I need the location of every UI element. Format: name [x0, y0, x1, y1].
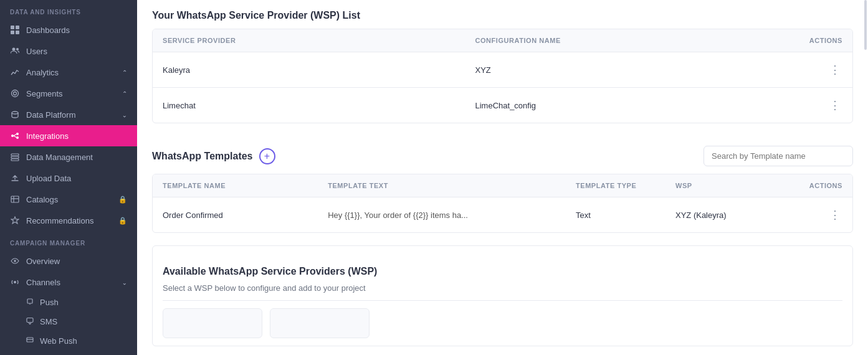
available-wsp-section: Available WhatsApp Service Providers (WS… — [152, 245, 853, 346]
svg-rect-17 — [11, 196, 19, 202]
template-row1-wsp: XYZ (Kaleyra) — [665, 201, 778, 230]
svg-point-11 — [16, 136, 19, 139]
lock-icon: 🔒 — [118, 217, 127, 225]
table-row: Kaleyra XYZ ⋮ — [153, 52, 852, 88]
svg-line-12 — [14, 135, 16, 136]
channels-icon — [10, 277, 20, 287]
row-actions-menu-button[interactable]: ⋮ — [827, 62, 842, 77]
svg-marker-20 — [11, 217, 19, 224]
available-wsp-container: Available WhatsApp Service Providers (WS… — [152, 245, 853, 346]
svg-point-6 — [12, 90, 19, 97]
sidebar-item-recommendations[interactable]: Recommendations 🔒 — [0, 210, 137, 231]
svg-rect-16 — [11, 159, 19, 161]
svg-rect-25 — [27, 318, 33, 323]
svg-point-9 — [11, 135, 14, 137]
data-mgmt-icon — [10, 152, 20, 162]
chart-icon — [10, 67, 20, 77]
sidebar-sub-item-sms[interactable]: SMS — [0, 312, 137, 331]
template-row1-actions: ⋮ — [778, 197, 852, 232]
wsp-col-service-provider: SERVICE PROVIDER — [153, 29, 465, 52]
sidebar-item-label: Segments — [26, 89, 63, 98]
sidebar-sub-item-email[interactable]: Email — [0, 351, 137, 355]
wsp-row2-provider: Limechat — [153, 91, 465, 120]
svg-point-4 — [12, 48, 16, 51]
sidebar-item-channels[interactable]: Channels ⌃ — [0, 272, 137, 293]
svg-rect-14 — [11, 154, 19, 156]
available-wsp-title: Available WhatsApp Service Providers (WS… — [163, 256, 842, 283]
template-col-text: TEMPLATE TEXT — [318, 174, 566, 197]
sidebar-item-overview[interactable]: Overview — [0, 250, 137, 272]
search-template-input[interactable] — [703, 146, 853, 166]
sidebar-item-catalogs[interactable]: Catalogs 🔒 — [0, 189, 137, 210]
upload-icon — [10, 173, 20, 183]
chevron-up-icon: ⌃ — [122, 279, 127, 286]
row-actions-menu-button[interactable]: ⋮ — [827, 207, 842, 222]
sidebar-section-data: DATA AND INSIGHTS — [0, 0, 137, 19]
svg-point-10 — [16, 133, 19, 135]
recommend-icon — [10, 215, 20, 225]
svg-rect-0 — [11, 26, 14, 29]
segment-icon — [10, 88, 20, 98]
svg-rect-23 — [27, 299, 32, 303]
svg-point-22 — [14, 281, 16, 283]
sidebar-sub-item-push[interactable]: Push — [0, 293, 137, 312]
sidebar-sub-item-label: Push — [40, 298, 59, 307]
wsp-row1-actions: ⋮ — [778, 52, 852, 87]
sidebar-item-label: Overview — [26, 257, 60, 266]
eye-icon — [10, 256, 20, 266]
sidebar-item-label: Channels — [26, 278, 60, 287]
svg-point-21 — [14, 260, 16, 262]
sms-icon — [26, 317, 34, 326]
svg-rect-3 — [16, 31, 19, 34]
main-content: Your WhatsApp Service Provider (WSP) Lis… — [137, 0, 868, 355]
sidebar-sub-item-label: SMS — [40, 317, 57, 326]
svg-rect-1 — [16, 26, 19, 29]
table-row: Order Confirmed Hey {{1}}, Your order of… — [153, 197, 852, 232]
svg-line-13 — [14, 136, 16, 138]
push-icon — [26, 298, 34, 307]
wsp-row1-provider: Kaleyra — [153, 55, 465, 85]
sidebar-item-users[interactable]: Users — [0, 40, 137, 62]
sidebar-item-integrations[interactable]: Integrations — [0, 125, 137, 146]
wsp-col-config-name: CONFIGURATION NAME — [465, 29, 778, 52]
wsp-table-header: SERVICE PROVIDER CONFIGURATION NAME ACTI… — [153, 29, 852, 52]
chevron-down-icon: ⌃ — [122, 90, 127, 97]
templates-title-text: WhatsApp Templates — [152, 151, 253, 162]
wsp-col-actions: ACTIONS — [778, 29, 852, 52]
add-template-button[interactable]: + — [259, 148, 275, 164]
sidebar-item-data-management[interactable]: Data Management — [0, 146, 137, 168]
svg-point-5 — [16, 48, 19, 50]
sidebar-item-data-platform[interactable]: Data Platform ⌃ — [0, 104, 137, 125]
sidebar-sub-item-web-push[interactable]: Web Push — [0, 331, 137, 351]
template-col-wsp: WSP — [665, 174, 778, 197]
template-col-type: TEMPLATE TYPE — [566, 174, 665, 197]
sidebar-item-dashboards[interactable]: Dashboards — [0, 19, 137, 40]
sidebar-section-campaign: CAMPAIGN MANAGER — [0, 231, 137, 250]
templates-title-group: WhatsApp Templates + — [152, 148, 275, 164]
sidebar-item-label: Catalogs — [26, 195, 58, 204]
template-row1-text: Hey {{1}}, Your order of {{2}} items ha.… — [318, 201, 566, 230]
template-row1-name: Order Confirmed — [153, 201, 318, 230]
svg-rect-2 — [11, 31, 14, 34]
sidebar-item-upload-data[interactable]: Upload Data — [0, 168, 137, 189]
table-row: Limechat LimeChat_config ⋮ — [153, 88, 852, 123]
sidebar-item-label: Data Platform — [26, 110, 75, 120]
template-col-actions: ACTIONS — [778, 174, 852, 197]
webpush-icon — [26, 336, 34, 346]
sidebar-item-analytics[interactable]: Analytics ⌃ — [0, 62, 137, 83]
row-actions-menu-button[interactable]: ⋮ — [827, 98, 842, 113]
sidebar-sub-item-label: Web Push — [40, 336, 77, 346]
sidebar-item-label: Data Management — [26, 153, 93, 162]
template-row1-type: Text — [566, 201, 665, 230]
chevron-up-icon: ⌃ — [122, 111, 127, 118]
wsp-row2-actions: ⋮ — [778, 88, 852, 123]
platform-icon — [10, 110, 20, 120]
sidebar: DATA AND INSIGHTS Dashboards Users Analy… — [0, 0, 137, 355]
templates-table: TEMPLATE NAME TEMPLATE TEXT TEMPLATE TYP… — [152, 174, 853, 233]
templates-section-header: WhatsApp Templates + — [152, 136, 853, 174]
sidebar-item-label: Analytics — [26, 68, 59, 77]
sidebar-item-segments[interactable]: Segments ⌃ — [0, 83, 137, 104]
svg-point-8 — [12, 111, 18, 114]
wsp-row1-config: XYZ — [465, 55, 778, 85]
sidebar-item-label: Upload Data — [26, 174, 71, 183]
